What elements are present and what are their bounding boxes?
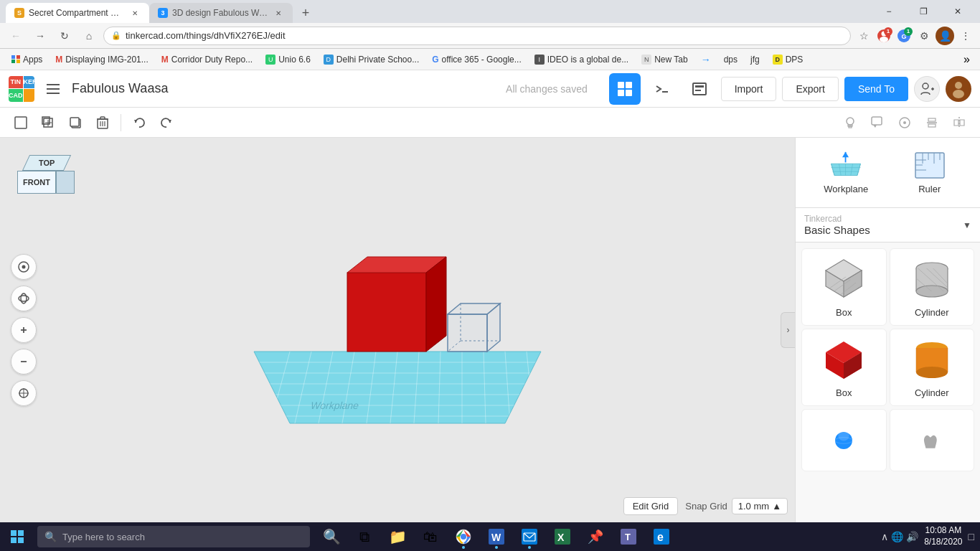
taskbar-word-button[interactable]: W xyxy=(481,522,512,551)
svg-point-2 xyxy=(880,37,888,42)
bookmark-gmail-1[interactable]: M Displaying IMG-201... xyxy=(50,53,154,66)
bookmark-gmail-2[interactable]: M Corridor Duty Repo... xyxy=(156,53,258,66)
send-to-button[interactable]: Send To xyxy=(844,77,908,101)
new-shape-tool[interactable] xyxy=(9,110,33,135)
edge-icon: e xyxy=(654,529,669,545)
volume-icon[interactable]: 🔊 xyxy=(906,531,918,542)
tab-secret-compartment[interactable]: S Secret Compartment Challenge ✕ xyxy=(6,3,149,23)
close-button[interactable]: ✕ xyxy=(941,0,974,23)
redo-tool[interactable] xyxy=(154,110,179,135)
code-view-button[interactable] xyxy=(646,73,678,105)
bookmarks-more-button[interactable]: » xyxy=(959,52,974,67)
taskbar-edge-button[interactable]: e xyxy=(646,522,677,551)
chat-bubble-tool[interactable] xyxy=(865,110,890,135)
shape-item-cylinder-solid[interactable]: Cylinder xyxy=(890,329,975,406)
panel-toggle-button[interactable]: › xyxy=(781,312,795,348)
taskbar-teams-button[interactable]: T xyxy=(613,522,644,551)
tab-close-1[interactable]: ✕ xyxy=(129,7,141,19)
svg-rect-39 xyxy=(849,126,852,128)
search-icon: 🔍 xyxy=(323,528,341,545)
simulation-button[interactable] xyxy=(684,73,715,105)
up-arrow-icon[interactable]: ∧ xyxy=(881,531,888,542)
taskbar-chrome-button[interactable] xyxy=(448,522,479,551)
bookmark-star-icon[interactable]: ☆ xyxy=(855,27,872,44)
taskbar-taskview-button[interactable]: ⧉ xyxy=(349,522,380,551)
svg-text:X: X xyxy=(557,532,565,543)
bookmark-jfg[interactable]: jfg xyxy=(745,53,765,66)
bookmark-apps[interactable]: Apps xyxy=(6,53,48,66)
workplane-tool[interactable]: Workplane xyxy=(804,146,888,199)
home-button[interactable]: ⌂ xyxy=(79,26,99,46)
shape-item-cylinder-outline[interactable]: Cylinder xyxy=(890,248,975,326)
shape-item-figure[interactable] xyxy=(890,409,975,471)
svg-marker-82 xyxy=(426,257,446,352)
ruler-tool[interactable]: Ruler xyxy=(888,146,972,199)
restore-button[interactable]: ❐ xyxy=(907,0,940,23)
bookmark-unio[interactable]: U Unio 6.6 xyxy=(260,53,316,66)
svg-rect-80 xyxy=(347,273,426,352)
tab-favicon-1: S xyxy=(14,8,24,18)
taskbar-mail-button[interactable] xyxy=(514,522,545,551)
tab-tinkercad[interactable]: 3 3D design Fabulous Waasa | Tink ✕ xyxy=(149,3,293,23)
import-button[interactable]: Import xyxy=(721,77,777,101)
system-clock[interactable]: 10:08 AM 8/18/2020 xyxy=(924,525,962,547)
taskbar-excel-button[interactable]: X xyxy=(547,522,578,551)
bookmark-office365[interactable]: G office 365 - Google... xyxy=(426,53,527,66)
add-user-button[interactable] xyxy=(914,76,940,102)
chrome-extension-icon-2[interactable]: G 1 xyxy=(895,27,913,44)
bookmark-dps2[interactable]: D DPS xyxy=(767,53,809,66)
delete-tool[interactable] xyxy=(90,110,115,135)
profile-icon[interactable]: 👤 xyxy=(936,27,954,45)
box-outline-icon xyxy=(819,256,869,303)
svg-marker-98 xyxy=(842,151,849,156)
hamburger-menu-button[interactable] xyxy=(42,77,65,100)
dropdown-arrow-icon: ▼ xyxy=(963,220,971,230)
undo-tool[interactable] xyxy=(127,110,151,135)
align-tool[interactable] xyxy=(920,110,944,135)
snap-value-selector[interactable]: 1.0 mm ▲ xyxy=(732,498,788,514)
circle-tool[interactable] xyxy=(892,110,917,135)
minimize-button[interactable]: − xyxy=(872,0,905,23)
snap-value-text: 1.0 mm xyxy=(738,501,769,512)
new-tab-button[interactable]: + xyxy=(296,3,316,23)
grid-view-button[interactable] xyxy=(609,73,641,105)
shape-item-box-solid[interactable]: Box xyxy=(801,329,887,406)
mirror-tool[interactable] xyxy=(947,110,971,135)
reload-button[interactable]: ↻ xyxy=(55,26,75,46)
taskbar-sticky-button[interactable]: 📌 xyxy=(580,522,611,551)
tab-close-2[interactable]: ✕ xyxy=(273,7,284,19)
ruler-icon xyxy=(912,151,948,179)
network-icon[interactable]: 🌐 xyxy=(891,531,903,542)
user-avatar[interactable] xyxy=(946,76,971,102)
shape-item-sphere[interactable] xyxy=(801,409,887,471)
bookmark-ideo[interactable]: I IDEO is a global de... xyxy=(529,53,634,66)
shapes-dropdown[interactable]: Tinkercad Basic Shapes ▼ xyxy=(796,208,980,242)
svg-marker-35 xyxy=(134,120,137,123)
light-bulb-tool[interactable] xyxy=(838,110,862,135)
start-button[interactable] xyxy=(0,522,34,551)
extensions-icon[interactable]: ⚙ xyxy=(915,27,933,44)
bookmark-dps[interactable]: dps xyxy=(718,53,743,66)
canvas-area[interactable]: TOP FRONT xyxy=(0,138,795,522)
duplicate-tool[interactable] xyxy=(63,110,88,135)
chrome-extension-icon-1[interactable]: 1 xyxy=(875,27,892,44)
taskbar-explorer-button[interactable]: 📁 xyxy=(382,522,413,551)
viewport-scene[interactable]: Workplane xyxy=(0,138,795,522)
copy-to-workplane-tool[interactable] xyxy=(36,110,60,135)
edit-grid-button[interactable]: Edit Grid xyxy=(623,497,679,515)
menu-icon[interactable]: ⋮ xyxy=(957,27,974,44)
notification-icon[interactable]: □ xyxy=(969,531,974,542)
bookmark-arrow[interactable]: → xyxy=(695,52,717,67)
panel-tools: Workplane xyxy=(796,138,980,208)
url-bar[interactable]: 🔒 tinkercad.com/things/dhVfiX276EJ/edit xyxy=(103,27,851,45)
taskbar-search-bar[interactable]: 🔍 Type here to search xyxy=(37,526,310,547)
bookmark-newtab[interactable]: N New Tab xyxy=(636,53,693,66)
bookmark-dps-label: dps xyxy=(724,55,738,65)
export-button[interactable]: Export xyxy=(782,77,838,101)
forward-button[interactable]: → xyxy=(30,26,50,46)
back-button[interactable]: ← xyxy=(6,26,26,46)
taskbar-search-button[interactable]: 🔍 xyxy=(316,522,347,551)
bookmark-delhi[interactable]: D Delhi Private Schoo... xyxy=(318,53,425,66)
taskbar-store-button[interactable]: 🛍 xyxy=(415,522,446,551)
shape-item-box-outline[interactable]: Box xyxy=(801,248,887,326)
